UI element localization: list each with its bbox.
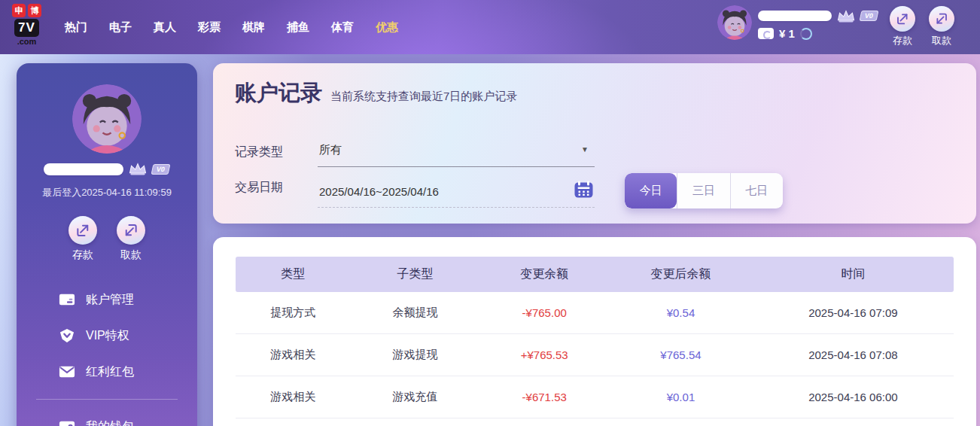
sidebar-avatar [72,84,142,154]
account-card-icon [59,292,75,307]
sidebar-withdraw-button[interactable]: 取款 [117,216,145,262]
withdraw-arrow-icon [123,223,138,238]
logo-text: 7V [14,19,39,37]
record-type-label: 记录类型 [235,145,318,160]
range-three-days-button[interactable]: 三日 [677,173,729,208]
nav-item-live[interactable]: 真人 [154,20,176,35]
refresh-balance-icon[interactable] [800,28,812,40]
records-table: 类型 子类型 变更余额 变更后余额 时间 提现方式 余额提现 -¥765.00 … [236,257,954,418]
site-logo[interactable]: 申 博 7V .com [12,4,41,46]
page-title: 账户记录 [235,78,322,108]
sidebar-item-bonus-redpacket[interactable]: 红利红包 [17,354,197,390]
main-menu: 热门 电子 真人 彩票 棋牌 捕鱼 体育 优惠 [65,0,398,54]
sidebar-item-account-management[interactable]: 账户管理 [17,281,197,318]
sidebar: V0 最后登入2025-04-16 11:09:59 存款 [17,63,197,426]
wallet-icon [59,419,75,426]
calendar-icon[interactable] [574,181,593,200]
nav-item-hot[interactable]: 热门 [65,20,87,35]
nav-item-cards[interactable]: 棋牌 [242,20,265,35]
after-balance: ¥765.54 [609,348,753,361]
deposit-arrow-icon [75,223,90,238]
sidebar-menu: 账户管理 VIP特权 红利红包 [17,281,197,426]
user-summary: V0 ¥ 1 [717,5,878,40]
avatar-illustration [72,84,142,154]
page-background: V0 最后登入2025-04-16 11:09:59 存款 [0,54,980,426]
record-time: 2025-04-16 07:08 [753,348,954,361]
table-header-row: 类型 子类型 变更余额 变更后余额 时间 [236,257,954,292]
range-today-button[interactable]: 今日 [625,173,677,208]
after-balance: ¥0.01 [609,391,753,403]
date-range-tabs: 今日 三日 七日 [625,173,783,208]
records-filter-panel: 账户记录 当前系统支持查询最近7日的账户记录 记录类型 所有 ▼ 交易日期 20… [213,63,976,224]
range-seven-days-button[interactable]: 七日 [730,173,783,208]
change-amount: -¥765.00 [479,306,609,319]
record-type-select[interactable]: 所有 ▼ [318,137,595,167]
nav-item-promos[interactable]: 优惠 [376,20,398,35]
wallet-icon [758,28,774,39]
nav-item-lottery[interactable]: 彩票 [198,20,221,35]
avatar-illustration [717,5,752,40]
caret-down-icon: ▼ [581,145,589,154]
top-nav: 申 博 7V .com 热门 电子 真人 彩票 棋牌 捕鱼 体育 优惠 [0,0,980,54]
nav-item-fishing[interactable]: 捕鱼 [287,20,309,35]
withdraw-arrow-icon [935,12,948,26]
sidebar-deposit-button[interactable]: 存款 [68,216,97,262]
record-time: 2025-04-16 07:09 [753,306,954,319]
nav-item-slots[interactable]: 电子 [109,20,132,35]
vip-crown-icon [128,162,148,176]
red-packet-envelope-icon [59,364,75,379]
page-subtitle: 当前系统支持查询最近7日的账户记录 [330,90,517,104]
vip-level-badge: V0 [860,11,879,21]
vip-level-badge: V0 [151,164,171,175]
deposit-arrow-icon [896,12,909,26]
logo-suffix: .com [17,37,37,46]
sidebar-divider [36,399,178,400]
table-row: 游戏相关 游戏充值 -¥671.53 ¥0.01 2025-04-16 06:0… [236,376,954,418]
user-avatar[interactable] [717,5,752,40]
record-time: 2025-04-16 06:00 [753,391,954,403]
vip-crown-icon [836,9,856,23]
change-amount: +¥765.53 [479,348,609,361]
logo-badge-bo: 博 [28,4,41,17]
deposit-button[interactable]: 存款 [890,6,915,47]
account-records-page: 申 博 7V .com 热门 电子 真人 彩票 棋牌 捕鱼 体育 优惠 [0,0,980,426]
balance-amount: ¥ 1 [779,27,795,40]
username-redacted [758,11,832,21]
sidebar-quick-actions: 存款 取款 [17,216,197,262]
change-amount: -¥671.53 [479,391,609,403]
vip-shield-icon [59,328,75,343]
table-row: 提现方式 余额提现 -¥765.00 ¥0.54 2025-04-16 07:0… [236,292,954,334]
username-redacted [44,163,123,175]
nav-quick-actions: 存款 取款 [890,6,954,47]
after-balance: ¥0.54 [609,306,753,319]
records-table-panel: 类型 子类型 变更余额 变更后余额 时间 提现方式 余额提现 -¥765.00 … [213,237,976,426]
last-login-text: 最后登入2025-04-16 11:09:59 [17,186,197,199]
nav-item-sports[interactable]: 体育 [331,20,354,35]
sidebar-item-vip-privileges[interactable]: VIP特权 [17,318,197,354]
date-range-input[interactable]: 2025/04/16~2025/04/16 [318,179,595,208]
logo-badge-shen: 申 [12,4,26,17]
withdraw-button[interactable]: 取款 [929,6,954,47]
transaction-date-label: 交易日期 [235,180,318,196]
sidebar-item-my-wallet[interactable]: 我的钱包 [17,409,197,426]
table-row: 游戏相关 游戏提现 +¥765.53 ¥765.54 2025-04-16 07… [236,334,954,376]
